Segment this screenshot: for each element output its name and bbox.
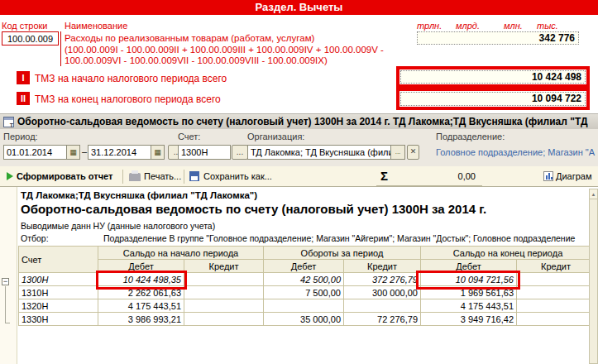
col-header-debit[interactable]: Дебет: [264, 260, 344, 273]
sum-value: 0,00: [409, 166, 476, 186]
item2-label: ТМЗ на конец налогового периода всего: [35, 93, 221, 105]
report-left-gutter: [0, 187, 17, 364]
play-icon: [7, 172, 13, 180]
division-label: Подразделение:: [436, 132, 505, 141]
col-header-account[interactable]: Счет: [19, 247, 98, 273]
diagram-icon: [543, 171, 553, 181]
account-input[interactable]: 1300Н: [178, 145, 231, 160]
report-params-panel: Период: Счет: Организация: Подразделение…: [0, 129, 598, 166]
col-header-credit[interactable]: Кредит: [517, 260, 596, 273]
generate-report-button[interactable]: Сформировать отчет: [17, 166, 112, 186]
col-header-credit[interactable]: Кредит: [184, 260, 264, 273]
period-from-input[interactable]: 01.01.2014 ▦: [3, 145, 80, 160]
tree-line: [5, 286, 6, 323]
line-code-field[interactable]: 100.00.009: [2, 31, 59, 46]
account-select-button[interactable]: ...: [232, 145, 248, 160]
org-select-button[interactable]: ...: [390, 146, 404, 159]
tree-line: [5, 323, 10, 323]
tree-collapse-icon[interactable]: −: [2, 278, 9, 285]
expense-total-field[interactable]: 342 776: [417, 31, 579, 45]
period-dash: –: [82, 146, 87, 156]
col-header-line-code: Код строки: [2, 21, 48, 31]
unit-tys: тыс.: [537, 21, 558, 31]
scroll-up-icon[interactable]: ▲: [590, 189, 597, 199]
calendar-icon[interactable]: ▦: [151, 146, 164, 159]
expense-name: Расходы по реализованным товарам (работа…: [65, 33, 420, 45]
col-header-credit[interactable]: Кредит: [344, 260, 421, 273]
report-window-icon: Т: [3, 117, 14, 127]
item2-highlight-frame: 10 094 722: [396, 88, 590, 110]
unit-mlrd: млрд.: [456, 21, 480, 31]
unit-mln: млн.: [504, 21, 523, 31]
item2-badge: II: [17, 92, 30, 105]
col-header-name: Наименование: [65, 21, 127, 31]
print-button[interactable]: Печать...: [144, 166, 181, 186]
report-org-line: ТД Лакомка;ТД Вкусняшка (филиал "ТД Лако…: [21, 190, 257, 200]
filter-value: Подразделение В группе "Головное подразд…: [103, 233, 590, 243]
report-data-line: Выводимые данн НУ (данные налогового уче…: [21, 221, 215, 231]
col-group-opening[interactable]: Сальдо на начало периода: [98, 247, 264, 260]
divider: [376, 185, 482, 186]
period-to-input[interactable]: 31.12.2014 ▦: [88, 145, 165, 160]
form-section-title: Раздел. Вычеты: [0, 0, 598, 15]
period-label: Период:: [3, 132, 38, 141]
diagram-button[interactable]: Диаграм: [556, 166, 592, 186]
unit-trln: трлн.: [417, 21, 442, 31]
table-row[interactable]: 1320Н 4 175 443,51 4 175 443,51: [19, 299, 596, 313]
printer-icon: [129, 173, 141, 181]
account-label: Счет:: [178, 132, 200, 141]
window-titlebar[interactable]: Т Оборотно-сальдовая ведомость по счету …: [0, 113, 598, 129]
item1-badge: I: [17, 71, 30, 84]
divider: [184, 170, 184, 184]
expense-name-block: Расходы по реализованным товарам (работа…: [65, 33, 420, 67]
opening-debit-highlight-frame: [96, 271, 187, 290]
item1-highlight-frame: 10 424 498: [396, 66, 590, 88]
report-title: Оборотно-сальдовая ведомость по счету (н…: [21, 202, 486, 216]
table-row[interactable]: 1330Н 3 986 993,21 35 000,00 72 276,79 3…: [19, 313, 596, 326]
expense-formula-line2: 100.00.009VI - 100.00.009VII - 100.00.00…: [65, 55, 420, 67]
division-value-link[interactable]: Головное подразделение; Магазин "А: [436, 147, 596, 157]
screen: Раздел. Вычеты Код строки Наименование т…: [0, 0, 598, 364]
table-group-header-row: Счет Сальдо на начало периода Обороты за…: [19, 247, 596, 260]
organization-input[interactable]: ТД Лакомка; ТД Вкусняшка (филиа ...: [247, 145, 405, 160]
save-icon: [189, 171, 199, 181]
col-group-turnover[interactable]: Обороты за период: [264, 247, 421, 260]
org-clear-button[interactable]: ✕: [407, 145, 419, 160]
divider: [60, 31, 61, 66]
item1-value-field[interactable]: 10 424 498: [400, 70, 586, 84]
col-group-closing[interactable]: Сальдо на конец периода: [421, 247, 596, 260]
item1-label: ТМЗ на начало налогового периода всего: [35, 73, 227, 84]
save-as-button[interactable]: Сохранить как...: [203, 166, 272, 186]
closing-debit-highlight-frame: [416, 271, 520, 290]
report-toolbar: Сформировать отчет Печать... Сохранить к…: [0, 166, 598, 187]
calendar-icon[interactable]: ▦: [66, 146, 79, 159]
expense-formula-line1: (100.00.009I - 100.00.009II + 100.00.009…: [65, 45, 420, 56]
filter-label: Отбор:: [21, 233, 49, 243]
divider: [122, 170, 123, 184]
item2-value-field[interactable]: 10 094 722: [400, 92, 586, 106]
sum-sigma-button[interactable]: Σ: [380, 166, 388, 186]
org-label: Организация:: [247, 132, 304, 141]
vertical-scrollbar[interactable]: ▲: [589, 189, 598, 364]
window-title: Оборотно-сальдовая ведомость по счету (н…: [17, 114, 596, 130]
